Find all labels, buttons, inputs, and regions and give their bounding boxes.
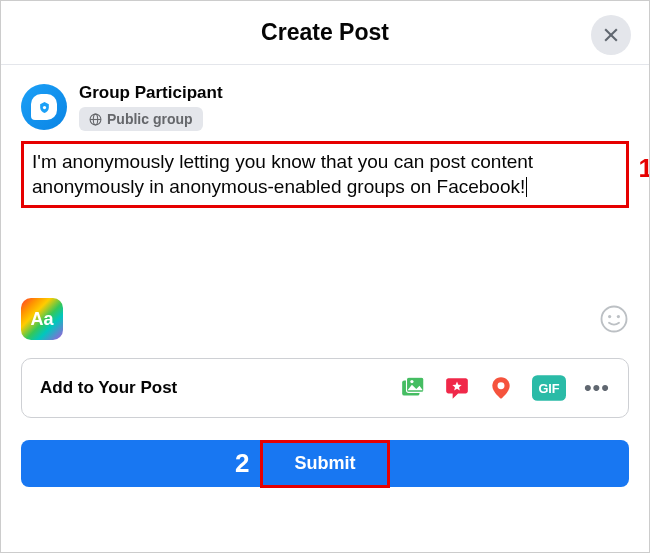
close-icon — [601, 25, 621, 45]
annotation-marker: 2 — [235, 448, 249, 479]
add-to-post-label: Add to Your Post — [40, 378, 177, 398]
close-button[interactable] — [591, 15, 631, 55]
compose-area: I'm anonymously letting you know that yo… — [1, 141, 649, 208]
add-icons-group: GIF ••• — [400, 375, 610, 401]
add-to-post-bar: Add to Your Post GIF ••• — [21, 358, 629, 418]
post-text-input[interactable]: I'm anonymously letting you know that yo… — [21, 141, 629, 208]
privacy-label: Public group — [107, 111, 193, 127]
svg-point-11 — [410, 380, 413, 383]
emoji-button[interactable] — [599, 304, 629, 334]
anonymous-avatar-icon — [31, 94, 57, 120]
submit-button[interactable]: Submit — [21, 440, 629, 487]
post-text-line: anonymously in anonymous-enabled groups … — [32, 175, 618, 200]
photo-video-icon[interactable] — [400, 375, 426, 401]
svg-point-7 — [608, 315, 611, 318]
annotation-marker: 1 — [639, 153, 650, 184]
privacy-selector[interactable]: Public group — [79, 107, 203, 131]
background-color-button[interactable]: Aa — [21, 298, 63, 340]
more-options-button[interactable]: ••• — [584, 377, 610, 399]
shield-icon — [38, 100, 51, 115]
dialog-header: Create Post — [1, 1, 649, 65]
gif-icon[interactable]: GIF — [532, 375, 566, 401]
svg-point-12 — [497, 383, 504, 390]
submit-row: Submit 2 — [21, 440, 629, 487]
aa-icon: Aa — [30, 309, 53, 330]
location-pin-icon[interactable] — [488, 375, 514, 401]
svg-point-6 — [602, 307, 627, 332]
compose-toolbar: Aa — [1, 298, 649, 340]
globe-icon — [89, 113, 102, 126]
svg-text:GIF: GIF — [538, 382, 559, 397]
svg-point-2 — [42, 105, 45, 108]
dialog-title: Create Post — [261, 19, 389, 46]
author-name: Group Participant — [79, 83, 223, 103]
submit-label: Submit — [295, 453, 356, 474]
author-meta: Group Participant Public group — [79, 83, 223, 131]
author-row: Group Participant Public group — [1, 65, 649, 141]
svg-point-8 — [617, 315, 620, 318]
post-text-line: I'm anonymously letting you know that yo… — [32, 150, 618, 175]
message-star-icon[interactable] — [444, 375, 470, 401]
smile-icon — [599, 304, 629, 334]
avatar — [21, 84, 67, 130]
